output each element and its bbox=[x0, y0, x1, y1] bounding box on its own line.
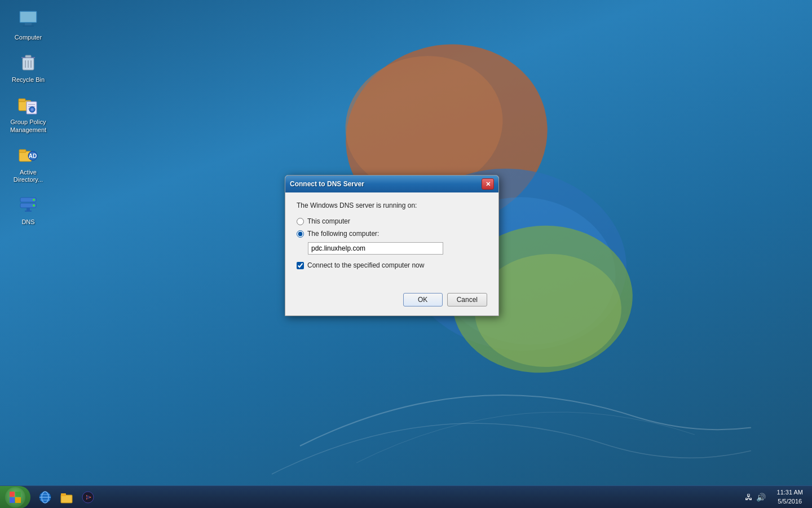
dialog-titlebar: Connect to DNS Server ✕ bbox=[285, 176, 498, 192]
recycle-bin-icon-label: Recycle Bin bbox=[12, 76, 45, 84]
server-input-row bbox=[308, 242, 487, 255]
volume-tray-icon: 🔊 bbox=[756, 493, 766, 502]
radio-following-option[interactable]: The following computer: bbox=[297, 230, 487, 238]
ok-button[interactable]: OK bbox=[403, 293, 443, 306]
svg-rect-25 bbox=[19, 150, 26, 152]
svg-rect-39 bbox=[61, 495, 72, 503]
recycle-bin-icon bbox=[16, 50, 40, 74]
radio-following-label: The following computer: bbox=[307, 230, 379, 238]
desktop-icon-computer[interactable]: Computer bbox=[6, 6, 51, 43]
radio-following-computer[interactable] bbox=[297, 230, 304, 238]
clock-display[interactable]: 11:31 AM 5/5/2016 bbox=[773, 486, 807, 508]
svg-rect-17 bbox=[19, 99, 25, 102]
connect-now-label: Connect to the specified computer now bbox=[307, 261, 424, 269]
computer-icon-label: Computer bbox=[15, 34, 42, 41]
dialog-description: The Windows DNS server is running on: bbox=[297, 202, 487, 209]
dialog-title: Connect to DNS Server bbox=[290, 180, 364, 188]
start-button[interactable] bbox=[0, 486, 30, 509]
dialog-footer: OK Cancel bbox=[285, 288, 498, 316]
radio-this-computer[interactable] bbox=[297, 218, 304, 225]
system-tray: 🖧 🔊 bbox=[740, 486, 770, 508]
network-tray-icon: 🖧 bbox=[745, 493, 753, 502]
desktop-icon-dns[interactable]: DNS bbox=[6, 190, 51, 228]
taskbar-icon-explorer[interactable] bbox=[56, 487, 77, 507]
server-name-input[interactable] bbox=[308, 242, 443, 255]
svg-rect-9 bbox=[23, 25, 34, 27]
radio-this-computer-option[interactable]: This computer bbox=[297, 217, 487, 225]
connect-dns-dialog: Connect to DNS Server ✕ The Windows DNS … bbox=[285, 175, 499, 316]
dns-icon-label: DNS bbox=[21, 218, 34, 226]
svg-point-30 bbox=[33, 199, 35, 201]
group-policy-icon-label: Group Policy Management bbox=[8, 119, 48, 133]
svg-rect-40 bbox=[61, 493, 66, 496]
taskbar-right: 🖧 🔊 11:31 AM 5/5/2016 bbox=[740, 486, 812, 508]
svg-rect-8 bbox=[25, 23, 32, 25]
desktop-icon-recycle-bin[interactable]: Recycle Bin bbox=[6, 48, 51, 86]
cancel-button[interactable]: Cancel bbox=[447, 293, 487, 306]
taskbar: 🖧 🔊 11:31 AM 5/5/2016 bbox=[0, 485, 812, 508]
svg-point-43 bbox=[86, 496, 90, 499]
active-directory-icon: AD bbox=[16, 143, 40, 167]
desktop: Computer Recycle Bin bbox=[0, 0, 812, 508]
desktop-icon-active-directory[interactable]: AD Active Directory... bbox=[6, 141, 51, 186]
taskbar-programs bbox=[33, 486, 100, 508]
active-directory-icon-label: Active Directory... bbox=[8, 169, 48, 183]
connect-now-checkbox-row[interactable]: Connect to the specified computer now bbox=[297, 261, 487, 269]
radio-this-computer-label: This computer bbox=[307, 217, 350, 225]
dialog-close-button[interactable]: ✕ bbox=[482, 178, 494, 190]
group-policy-icon bbox=[16, 93, 40, 116]
taskbar-icon-media-player[interactable] bbox=[78, 487, 98, 507]
clock-time: 11:31 AM bbox=[777, 488, 803, 497]
desktop-icon-group-policy[interactable]: Group Policy Management bbox=[6, 90, 51, 135]
dialog-controls: ✕ bbox=[482, 178, 494, 190]
start-orb bbox=[5, 487, 25, 507]
connect-now-checkbox[interactable] bbox=[297, 262, 304, 269]
svg-rect-12 bbox=[25, 55, 31, 58]
svg-point-23 bbox=[31, 108, 34, 111]
svg-rect-7 bbox=[20, 12, 36, 22]
dns-icon bbox=[16, 192, 40, 216]
clock-date: 5/5/2016 bbox=[778, 497, 802, 506]
svg-point-31 bbox=[33, 204, 35, 207]
dialog-body: The Windows DNS server is running on: Th… bbox=[285, 192, 498, 288]
taskbar-icon-ie[interactable] bbox=[35, 487, 55, 507]
svg-text:AD: AD bbox=[29, 153, 37, 159]
computer-icon bbox=[16, 8, 40, 32]
desktop-icons-container: Computer Recycle Bin bbox=[6, 6, 51, 228]
